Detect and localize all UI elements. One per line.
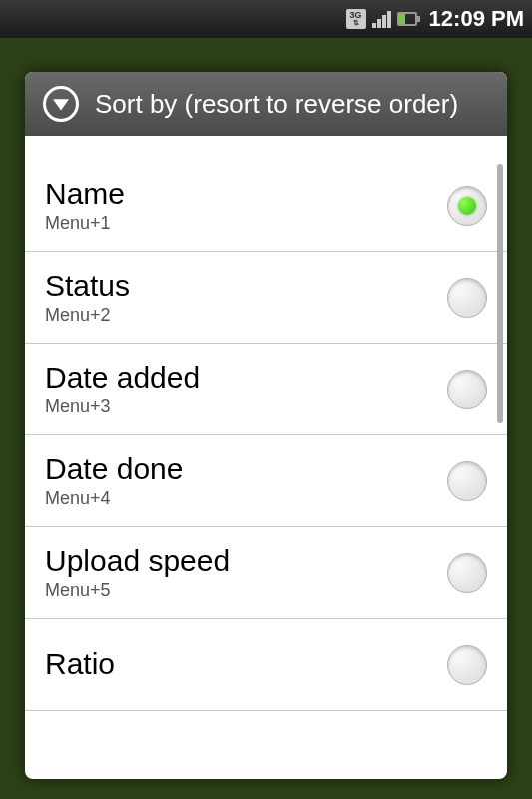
option-label: Upload speed: [45, 544, 230, 578]
network-3g-icon: 3G⇅: [346, 9, 366, 29]
option-label: Date added: [45, 361, 200, 395]
battery-icon: [397, 12, 417, 26]
dialog-body[interactable]: Name Menu+1 Status Menu+2 Date added Men…: [25, 160, 507, 779]
status-time: 12:09 PM: [429, 6, 524, 32]
option-shortcut: Menu+2: [45, 305, 130, 326]
sort-dialog: Sort by (resort to reverse order) Name M…: [25, 72, 507, 779]
radio-icon[interactable]: [447, 645, 487, 685]
option-label: Ratio: [45, 647, 115, 681]
radio-icon[interactable]: [447, 461, 487, 501]
signal-icon: [372, 11, 391, 28]
radio-icon[interactable]: [447, 553, 487, 593]
radio-icon[interactable]: [447, 370, 487, 409]
option-item-upload-speed[interactable]: Upload speed Menu+5: [25, 527, 507, 619]
option-item-status[interactable]: Status Menu+2: [25, 252, 507, 344]
radio-selected-icon[interactable]: [447, 186, 487, 226]
sort-down-icon: [43, 86, 79, 122]
option-item-name[interactable]: Name Menu+1: [25, 160, 507, 252]
svg-marker-0: [53, 99, 69, 110]
option-shortcut: Menu+3: [45, 397, 200, 417]
option-label: Name: [45, 177, 125, 211]
option-label: Date done: [45, 452, 183, 486]
option-label: Status: [45, 269, 130, 303]
status-bar: 3G⇅ 12:09 PM: [0, 0, 532, 38]
dialog-title: Sort by (resort to reverse order): [95, 90, 458, 119]
option-item-date-done[interactable]: Date done Menu+4: [25, 435, 507, 527]
radio-icon[interactable]: [447, 278, 487, 318]
option-item-ratio[interactable]: Ratio: [25, 619, 507, 711]
option-shortcut: Menu+4: [45, 488, 183, 509]
dialog-header: Sort by (resort to reverse order): [25, 72, 507, 136]
scrollbar[interactable]: [497, 164, 503, 423]
option-shortcut: Menu+1: [45, 213, 125, 234]
option-shortcut: Menu+5: [45, 580, 230, 601]
option-item-date-added[interactable]: Date added Menu+3: [25, 344, 507, 435]
